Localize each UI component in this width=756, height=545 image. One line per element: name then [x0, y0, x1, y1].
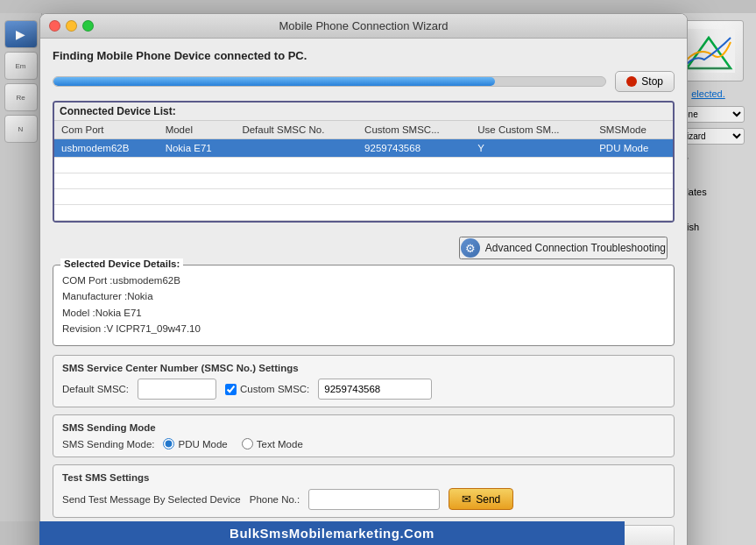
text-mode-radio[interactable] [242, 438, 253, 449]
dialog-window: Mobile Phone Connection Wizard Finding M… [39, 13, 688, 545]
table-row-empty-1 [54, 158, 673, 173]
detail-model: Model :Nokia E71 [62, 305, 660, 321]
phone-number-input[interactable] [308, 489, 440, 510]
detail-com-port: COM Port :usbmodem62B [62, 272, 660, 288]
maximize-button[interactable] [82, 20, 94, 32]
connected-device-label: Connected Device List: [54, 103, 673, 121]
test-sms-title: Test SMS Settings [62, 472, 665, 483]
sidebar-tab-3[interactable]: Re [4, 83, 38, 111]
watermark: BulkSmsMobilemarketing.Com [39, 521, 625, 545]
chart-svg [682, 29, 735, 73]
cell-com-port: usbmodem62B [54, 139, 159, 158]
detail-manufacturer: Manufacturer :Nokia [62, 288, 660, 304]
finding-text: Finding Mobile Phone Device connected to… [53, 49, 675, 62]
col-default-smsc: Default SMSC No. [235, 121, 357, 139]
progress-fill [53, 77, 495, 86]
smsc-settings-row: Default SMSC: Custom SMSC: [62, 379, 665, 400]
stop-button[interactable]: Stop [615, 71, 675, 92]
stop-label: Stop [641, 75, 663, 88]
custom-smsc-checkbox[interactable] [225, 384, 237, 395]
cell-default-smsc [235, 139, 357, 158]
text-mode-text: Text Mode [257, 439, 303, 449]
sidebar-tab-1[interactable]: ▶ [4, 20, 38, 48]
custom-smsc-input[interactable] [318, 379, 432, 400]
sms-mode-row: SMS Sending Mode: PDU Mode Text Mode [62, 438, 665, 449]
col-sms-mode: SMSMode [592, 121, 673, 139]
selected-device-scroll[interactable]: COM Port :usbmodem62B Manufacturer :Noki… [62, 272, 665, 338]
device-table-scroll[interactable]: Com Port Model Default SMSC No. Custom S… [54, 121, 673, 221]
table-row-empty-4 [54, 205, 673, 221]
progress-area: Stop [53, 71, 675, 92]
header-row: Com Port Model Default SMSC No. Custom S… [54, 121, 673, 139]
device-table: Com Port Model Default SMSC No. Custom S… [54, 121, 673, 221]
table-row-empty-2 [54, 173, 673, 189]
smsc-settings-section: SMS Service Center Number (SMSC No.) Set… [53, 355, 675, 407]
phone-label: Phone No.: [250, 494, 300, 505]
default-smsc-label: Default SMSC: [62, 384, 129, 394]
gear-icon: ⚙ [461, 238, 480, 258]
default-smsc-input[interactable] [138, 379, 216, 400]
smsc-settings-title: SMS Service Center Number (SMSC No.) Set… [62, 363, 665, 373]
pdu-mode-radio[interactable] [163, 438, 174, 449]
test-sms-row: Send Test Message By Selected Device Pho… [62, 488, 665, 510]
advanced-troubleshooting-button[interactable]: ⚙ Advanced Connection Troubleshooting [459, 237, 668, 259]
detail-date: 20-01-11 [62, 337, 660, 338]
left-sidebar: ▶ Em Re N [0, 13, 42, 521]
table-body: usbmodem62B Nokia E71 9259743568 Y PDU M… [54, 139, 673, 221]
cell-model: Nokia E71 [159, 139, 236, 158]
stop-icon [626, 76, 637, 87]
table-row-empty-3 [54, 189, 673, 205]
radio-group: PDU Mode Text Mode [163, 438, 302, 449]
envelope-icon: ✉ [462, 492, 471, 506]
send-button[interactable]: ✉ Send [449, 488, 513, 510]
test-sms-section: Test SMS Settings Send Test Message By S… [53, 464, 675, 518]
dialog-title: Mobile Phone Connection Wizard [279, 19, 449, 32]
send-label: Send [476, 493, 500, 506]
text-mode-label[interactable]: Text Mode [242, 438, 303, 449]
connected-device-section: Connected Device List: Com Port Model De… [53, 101, 675, 223]
dialog-content: Finding Mobile Phone Device connected to… [40, 39, 687, 545]
titlebar: Mobile Phone Connection Wizard [40, 14, 687, 39]
svg-rect-0 [682, 29, 735, 73]
send-msg-label: Send Test Message By Selected Device [62, 494, 241, 505]
cell-use-custom: Y [470, 139, 592, 158]
table-header: Com Port Model Default SMSC No. Custom S… [54, 121, 673, 139]
progress-bar [53, 76, 606, 87]
pdu-mode-label[interactable]: PDU Mode [163, 438, 227, 449]
watermark-text: BulkSmsMobilemarketing.Com [230, 526, 435, 541]
right-selected-text[interactable]: elected. [691, 88, 725, 99]
cell-sms-mode: PDU Mode [592, 139, 673, 158]
col-com-port: Com Port [54, 121, 159, 139]
custom-smsc-text: Custom SMSC: [240, 384, 309, 394]
selected-device-details: COM Port :usbmodem62B Manufacturer :Noki… [62, 272, 660, 338]
selected-device-label: Selected Device Details: [60, 258, 183, 269]
custom-smsc-checkbox-label[interactable]: Custom SMSC: [225, 384, 309, 395]
close-button[interactable] [49, 20, 60, 32]
table-row[interactable]: usbmodem62B Nokia E71 9259743568 Y PDU M… [54, 139, 673, 158]
detail-revision: Revision :V ICPR71_09w47.10 [62, 321, 660, 336]
col-use-custom: Use Custom SM... [470, 121, 592, 139]
col-custom-smsc: Custom SMSC... [357, 121, 470, 139]
cell-custom-smsc: 9259743568 [357, 139, 470, 158]
pdu-mode-text: PDU Mode [178, 439, 227, 449]
selected-device-box: Selected Device Details: COM Port :usbmo… [53, 265, 675, 346]
minimize-button[interactable] [66, 20, 77, 32]
advanced-label: Advanced Connection Troubleshooting [485, 242, 666, 254]
sidebar-tab-2[interactable]: Em [4, 52, 38, 80]
sms-mode-title: SMS Sending Mode [62, 422, 665, 433]
sms-mode-section: SMS Sending Mode SMS Sending Mode: PDU M… [53, 414, 675, 457]
traffic-lights [49, 20, 94, 32]
sidebar-tab-4[interactable]: N [4, 115, 38, 143]
sms-mode-label: SMS Sending Mode: [62, 439, 154, 449]
col-model: Model [159, 121, 236, 139]
